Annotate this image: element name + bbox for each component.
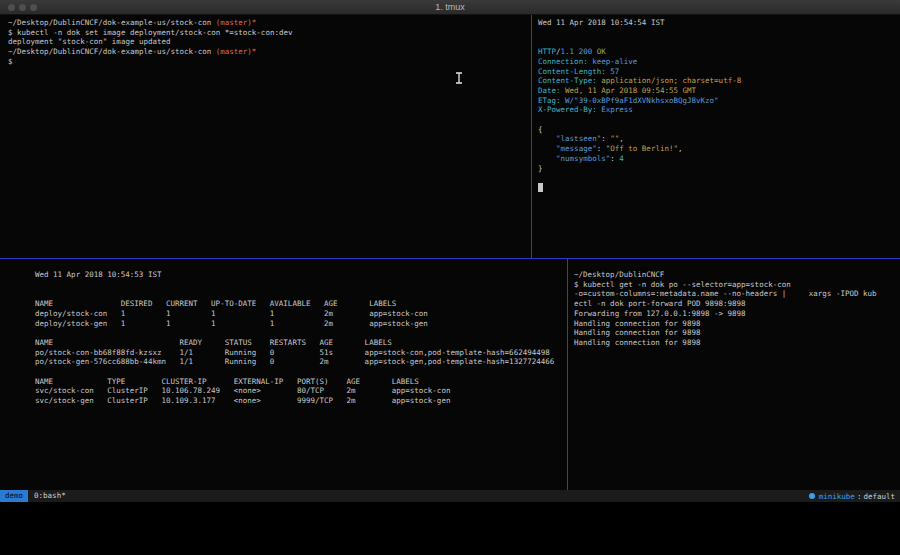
terminal-window: 1. tmux ~/Desktop/DublinCNCF/dok-example… (0, 0, 900, 502)
terminal-line: } (538, 164, 896, 174)
terminal-line: Content-Type: application/json; charset=… (538, 76, 896, 86)
session-name[interactable]: demo (0, 490, 28, 502)
terminal-line (538, 115, 896, 125)
kubernetes-icon (809, 493, 815, 499)
pane-bottom-right[interactable]: ~/Desktop/DublinCNCF$ kubectl get -n dok… (568, 259, 900, 490)
terminal-line: po/stock-gen-576cc688bb-44kmn 1/1 Runnin… (35, 357, 563, 367)
window-label[interactable]: 0:bash* (34, 490, 66, 502)
terminal-line: deploy/stock-gen 1 1 1 1 2m app=stock-ge… (35, 319, 563, 329)
terminal-line: Handling connection for 9898 (574, 338, 896, 348)
terminal-line: Wed 11 Apr 2018 10:54:53 IST (35, 270, 563, 280)
terminal-line: Wed 11 Apr 2018 10:54:54 IST (538, 18, 896, 28)
window-title: 1. tmux (0, 0, 900, 15)
terminal-line: ~/Desktop/DublinCNCF/dok-example-us/stoc… (8, 18, 527, 28)
terminal-line: svc/stock-con ClusterIP 10.106.78.249 <n… (35, 386, 563, 396)
terminal-line: ETag: W/"39-0xBPf9aF1dXVNkhsxoBQgJ8vKzo" (538, 96, 896, 106)
terminal-line: Date: Wed, 11 Apr 2018 09:54:55 GMT (538, 86, 896, 96)
terminal-line: svc/stock-gen ClusterIP 10.109.3.177 <no… (35, 396, 563, 406)
terminal-line: "lastseen": "", (538, 134, 896, 144)
terminal-line: Connection: keep-alive (538, 57, 896, 67)
terminal-line (35, 289, 563, 299)
terminal-line (538, 28, 896, 38)
kube-namespace: default (863, 492, 895, 501)
terminal-line: Handling connection for 9898 (574, 319, 896, 329)
desktop-background (0, 502, 900, 555)
terminal-line: deploy/stock-con 1 1 1 1 2m app=stock-co… (35, 309, 563, 319)
terminal-line: deployment "stock-con" image updated (8, 37, 527, 47)
terminal-line: ectl -n dok port-forward POD 9898:9898 (574, 299, 896, 309)
terminal-line: $ (8, 57, 527, 67)
screen: 1. tmux ~/Desktop/DublinCNCF/dok-example… (0, 0, 900, 555)
terminal-line: "message": "Off to Berlin!", (538, 144, 896, 154)
pane-divider-vertical-bottom[interactable] (567, 259, 568, 490)
terminal-line: $ kubectl -n dok set image deployment/st… (8, 28, 527, 38)
terminal-line: NAME DESIRED CURRENT UP-TO-DATE AVAILABL… (35, 299, 563, 309)
terminal-line (538, 37, 896, 47)
window-titlebar: 1. tmux (0, 0, 900, 15)
terminal-line: X-Powered-By: Express (538, 105, 896, 115)
terminal-line: NAME TYPE CLUSTER-IP EXTERNAL-IP PORT(S)… (35, 377, 563, 387)
terminal-line: -o=custom-columns=:metadata.name --no-he… (574, 289, 896, 299)
terminal-line (35, 328, 563, 338)
kube-context: minikube (819, 492, 855, 501)
pane-divider-horizontal[interactable] (0, 258, 900, 259)
pane-top-left[interactable]: ~/Desktop/DublinCNCF/dok-example-us/stoc… (0, 15, 531, 258)
terminal-line: po/stock-con-bb68f88fd-kzsxz 1/1 Running… (35, 348, 563, 358)
status-right: minikube : default (809, 492, 895, 501)
terminal-line (538, 183, 896, 193)
pane-divider-vertical-top[interactable] (531, 15, 532, 258)
pane-bottom-left[interactable]: Wed 11 Apr 2018 10:54:53 IST NAME DESIRE… (0, 259, 567, 490)
terminal-line: Content-Length: 57 (538, 67, 896, 77)
terminal-line (538, 173, 896, 183)
terminal-line: Forwarding from 127.0.0.1:9898 -> 9898 (574, 309, 896, 319)
terminal-line: $ kubectl get -n dok po --selector=app=s… (574, 280, 896, 290)
terminal-line: { (538, 125, 896, 135)
mouse-cursor (455, 72, 463, 84)
pane-top-right[interactable]: Wed 11 Apr 2018 10:54:54 IST HTTP/1.1 20… (532, 15, 900, 258)
kube-separator: : (857, 492, 862, 501)
terminal-line (35, 280, 563, 290)
terminal-line: NAME READY STATUS RESTARTS AGE LABELS (35, 338, 563, 348)
terminal-line: "numsymbols": 4 (538, 154, 896, 164)
tmux-status-bar: demo 0:bash* minikube : default (0, 490, 900, 502)
terminal-line: Handling connection for 9898 (574, 328, 896, 338)
terminal-line: HTTP/1.1 200 OK (538, 47, 896, 57)
terminal-line: ~/Desktop/DublinCNCF/dok-example-us/stoc… (8, 47, 527, 57)
terminal-line: ~/Desktop/DublinCNCF (574, 270, 896, 280)
terminal-line (35, 367, 563, 377)
